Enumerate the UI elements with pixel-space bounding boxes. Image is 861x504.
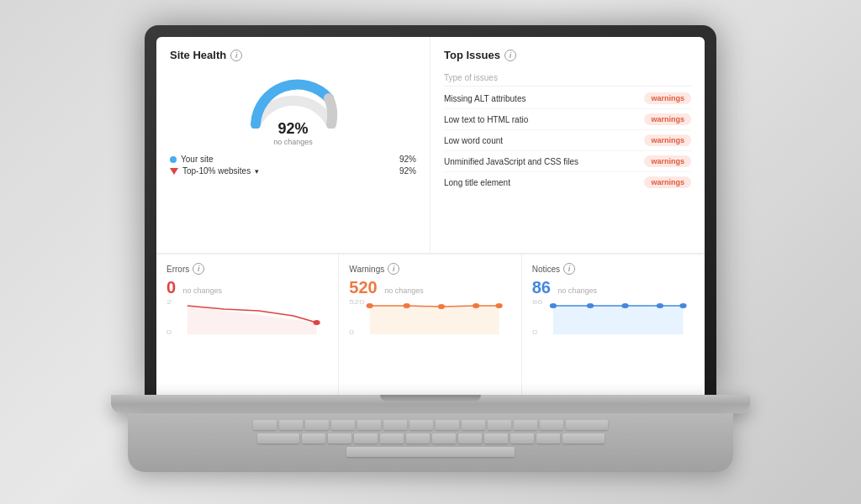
top10-triangle-icon: [170, 168, 178, 175]
issues-type-header: Type of issues: [444, 70, 691, 87]
key: [436, 420, 459, 430]
site-health-title: Site Health: [170, 49, 226, 61]
spacebar-key: [346, 447, 515, 457]
gauge-percent: 92%: [273, 120, 313, 138]
warnings-title: Warnings: [349, 265, 384, 274]
svg-point-8: [367, 303, 373, 308]
top-issues-header: Top Issues i: [444, 49, 691, 61]
top-issues-title: Top Issues: [444, 49, 500, 61]
key: [406, 433, 430, 444]
issue-label-2: Low word count: [444, 136, 644, 145]
issue-label-3: Unminified JavaScript and CSS files: [444, 157, 644, 166]
key: [458, 433, 482, 444]
svg-text:0: 0: [349, 328, 354, 336]
svg-point-4: [313, 320, 320, 325]
issue-badge-4: warnings: [644, 176, 691, 188]
key: [510, 433, 534, 444]
key: [488, 420, 511, 430]
key: [302, 433, 325, 444]
errors-panel: Errors i 0 no changes 2 0: [156, 255, 339, 395]
svg-text:2: 2: [166, 298, 172, 306]
legend-row-site: Your site 92%: [170, 155, 416, 164]
laptop-wrapper: Site Health i: [111, 25, 750, 479]
gauge-container: 92% no changes: [170, 70, 416, 146]
key: [257, 433, 299, 444]
key: [514, 420, 537, 430]
issue-row-2[interactable]: Low word count warnings: [444, 130, 691, 151]
warnings-header: Warnings i: [349, 263, 510, 275]
key: [279, 420, 303, 430]
svg-point-11: [473, 303, 479, 308]
svg-text:86: 86: [532, 298, 542, 306]
key: [540, 420, 563, 430]
svg-point-12: [496, 303, 503, 308]
svg-marker-7: [370, 306, 499, 334]
site-health-panel: Site Health i: [156, 37, 430, 254]
warnings-info-icon[interactable]: i: [388, 263, 399, 275]
warnings-panel: Warnings i 520 no changes 520: [339, 255, 521, 395]
key: [305, 420, 329, 430]
legend-row-top10: Top-10% websites ▾ 92%: [170, 166, 416, 176]
svg-point-9: [404, 303, 410, 308]
svg-text:0: 0: [532, 328, 537, 336]
bottom-panels: Errors i 0 no changes 2 0: [156, 254, 705, 395]
laptop-screen: Site Health i: [145, 25, 716, 395]
laptop-keyboard: [128, 413, 733, 472]
keyboard-rows: [128, 413, 733, 457]
errors-title: Errors: [166, 265, 189, 274]
issue-row-1[interactable]: Low text to HTML ratio warnings: [444, 109, 691, 130]
issue-row-3[interactable]: Unminified JavaScript and CSS files warn…: [444, 151, 691, 172]
site-health-header: Site Health i: [170, 49, 416, 61]
notices-title: Notices: [532, 265, 560, 274]
svg-marker-15: [553, 306, 684, 334]
issue-row-0[interactable]: Missing ALT attributes warnings: [444, 88, 691, 109]
svg-point-17: [587, 303, 594, 308]
key: [357, 420, 381, 430]
key: [409, 420, 433, 430]
notices-value: 86: [532, 278, 551, 297]
errors-chart: 2 0: [166, 297, 328, 338]
top-issues-panel: Top Issues i Type of issues Missing ALT …: [430, 37, 705, 254]
warnings-sublabel: no changes: [384, 286, 424, 295]
site-health-info-icon[interactable]: i: [230, 50, 242, 61]
top-issues-info-icon[interactable]: i: [504, 50, 516, 61]
notices-info-icon[interactable]: i: [563, 263, 575, 275]
svg-point-20: [679, 303, 686, 308]
key: [380, 433, 404, 444]
svg-point-19: [656, 303, 663, 308]
key: [432, 433, 456, 444]
svg-text:520: 520: [349, 298, 364, 306]
issue-badge-1: warnings: [644, 113, 691, 125]
chevron-down-icon[interactable]: ▾: [255, 167, 259, 176]
key: [566, 420, 608, 430]
notices-header: Notices i: [532, 263, 695, 275]
errors-info-icon[interactable]: i: [193, 263, 204, 275]
warnings-chart: 520 0: [349, 297, 510, 338]
svg-point-10: [438, 304, 445, 309]
svg-text:0: 0: [166, 328, 172, 336]
issue-badge-2: warnings: [644, 134, 691, 146]
key: [331, 420, 355, 430]
key: [536, 433, 560, 444]
issue-label-0: Missing ALT attributes: [444, 94, 644, 103]
issue-badge-0: warnings: [644, 92, 691, 104]
key: [484, 433, 508, 444]
key: [383, 420, 407, 430]
screen-content: Site Health i: [156, 37, 705, 395]
issue-row-4[interactable]: Long title element warnings: [444, 172, 691, 192]
gauge-label: no changes: [273, 138, 313, 146]
issue-label-4: Long title element: [444, 178, 644, 187]
errors-value: 0: [166, 278, 176, 297]
svg-point-18: [621, 303, 628, 308]
gauge-text: 92% no changes: [273, 120, 313, 146]
key: [563, 433, 605, 444]
svg-point-16: [549, 303, 556, 308]
issue-label-1: Low text to HTML ratio: [444, 115, 644, 124]
key: [354, 433, 378, 444]
notices-chart: 86 0: [532, 297, 695, 338]
warnings-value: 520: [349, 278, 377, 297]
top10-legend-label: Top-10% websites: [182, 166, 251, 176]
top10-legend-value: 92%: [399, 166, 416, 176]
dashboard: Site Health i: [156, 37, 705, 395]
notices-sublabel: no changes: [557, 286, 597, 295]
